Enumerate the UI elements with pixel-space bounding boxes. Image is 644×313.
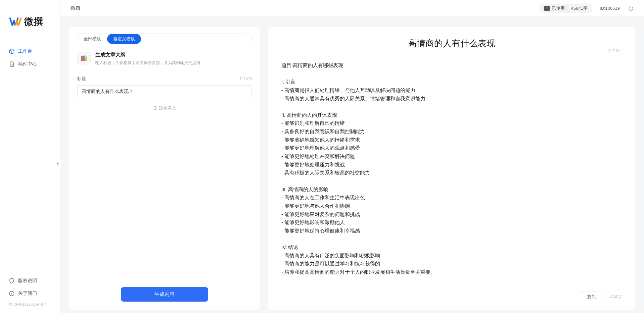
title-input[interactable] — [77, 85, 252, 98]
logo-text: 微撰 — [24, 15, 43, 28]
document-title-counter: 10/100 — [608, 48, 620, 53]
char-count: 404字 — [610, 294, 622, 300]
info-icon — [9, 291, 15, 297]
tabs: 全部模板 自定义模板 — [77, 34, 252, 44]
template-info: 生成文章大纲 输入标题，为你提供文章主体的灵感，并为其创建推文提纲 — [95, 52, 200, 66]
nav-label: 稿件中心 — [18, 61, 37, 67]
nav-about[interactable]: 关于我们 — [0, 287, 60, 300]
header-title: 微撰 — [71, 5, 81, 11]
nav-label: 关于我们 — [18, 291, 37, 297]
template-title: 生成文章大纲 — [95, 52, 200, 58]
main: 全部模板 自定义模板 生成文章大纲 输入标题，为你提供文章主体的灵感，并为其创建… — [60, 17, 644, 313]
document-title[interactable]: 高情商的人有什么表现 — [281, 38, 622, 49]
power-icon[interactable] — [628, 5, 634, 11]
usage-chip[interactable]: T 已使用： 45641字 — [540, 4, 592, 13]
document-icon — [9, 61, 15, 67]
user-id: ID:100519 — [600, 6, 620, 11]
nav-label: 版权说明 — [18, 278, 37, 284]
copy-button[interactable]: 复制 — [580, 292, 603, 302]
sidebar-collapse[interactable] — [54, 157, 61, 170]
nav-drafts[interactable]: 稿件中心 — [0, 58, 60, 70]
tab-all-templates[interactable]: 全部模板 — [78, 34, 107, 44]
right-footer: 复制 404字 — [580, 292, 622, 302]
logo: 微撰 — [0, 0, 60, 38]
generate-button[interactable]: 生成内容 — [121, 287, 208, 302]
title-field: 标题 11/100 — [77, 76, 252, 98]
right-panel: 高情商的人有什么表现 10/100 题目:高情商的人有哪些表现 I. 引言 - … — [268, 27, 635, 310]
template-thumb-icon — [77, 52, 91, 65]
left-panel: 全部模板 自定义模板 生成文章大纲 输入标题，为你提供文章主体的灵感，并为其创建… — [69, 27, 260, 310]
usage-value: 45641字 — [571, 5, 588, 11]
title-counter: 11/100 — [239, 76, 252, 81]
usage-label: 已使用： — [552, 5, 569, 11]
tab-custom-templates[interactable]: 自定义模板 — [107, 34, 141, 44]
cube-icon — [9, 48, 15, 54]
sidebar-bottom: 版权说明 关于我们 鄂ICP备2022016946号 — [0, 274, 60, 313]
title-label: 标题 — [77, 76, 86, 82]
sidebar: 微撰 工作台 稿件中心 版权说明 关于我们 鄂ICP — [0, 0, 60, 313]
trash-icon — [153, 106, 157, 111]
clear-input-button[interactable]: 清空录入 — [77, 105, 252, 111]
logo-icon — [9, 16, 21, 28]
nav-copyright[interactable]: 版权说明 — [0, 274, 60, 287]
template-card: 生成文章大纲 输入标题，为你提供文章主体的灵感，并为其创建推文提纲 — [77, 52, 252, 66]
nav-workbench[interactable]: 工作台 — [0, 45, 60, 58]
document-body[interactable]: 题目:高情商的人有哪些表现 I. 引言 - 高情商是指人们处理情绪、与他人互动以… — [281, 61, 622, 276]
shield-icon — [9, 278, 15, 284]
t-badge-icon: T — [544, 6, 550, 11]
template-desc: 输入标题，为你提供文章主体的灵感，并为其创建推文提纲 — [95, 60, 200, 66]
clear-label: 清空录入 — [159, 105, 176, 111]
header: 微撰 T 已使用： 45641字 ID:100519 — [60, 0, 644, 17]
nav-label: 工作台 — [18, 48, 32, 54]
nav: 工作台 稿件中心 — [0, 38, 60, 274]
icp-text: 鄂ICP备2022016946号 — [0, 300, 60, 307]
header-right: T 已使用： 45641字 ID:100519 — [540, 4, 634, 13]
